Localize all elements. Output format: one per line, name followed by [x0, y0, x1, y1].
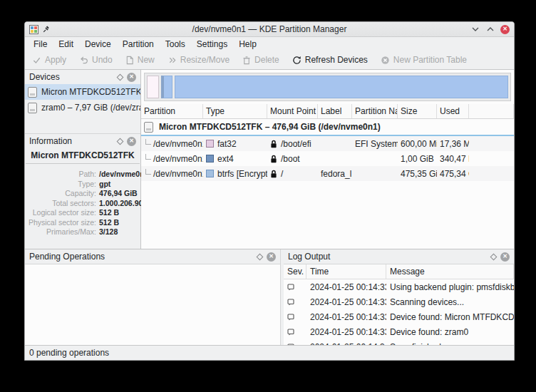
delete-button[interactable]: Delete [242, 55, 279, 65]
menu-edit[interactable]: Edit [53, 38, 79, 50]
tree-branch [145, 154, 151, 160]
column-header-mount-point[interactable]: Mount Point [267, 104, 318, 118]
log-row[interactable]: 2024-01-25 00:14:33 Scanning devices... [284, 294, 514, 309]
pending-operations-title: Pending Operations [29, 252, 257, 262]
partition-bar-segment-fat32[interactable] [147, 76, 159, 98]
column-header-partition[interactable]: Partition [141, 104, 203, 118]
tree-branch [145, 169, 151, 175]
log-table: Sev. Time Message 2024-01-25 00:14:33 Us… [284, 264, 514, 345]
partition-view: Partition Type Mount Point Label Partiti… [141, 70, 514, 249]
close-icon[interactable]: ✕ [267, 252, 276, 262]
info-value: 512 B [99, 218, 119, 228]
device-list-item-micron[interactable]: Micron MTFDKCD512TFK – 4... [25, 84, 140, 100]
column-header-type[interactable]: Type [203, 104, 267, 118]
device-list-item-zram0[interactable]: zram0 – 7,97 GiB (/dev/zram0) [25, 100, 140, 115]
menu-help[interactable]: Help [233, 38, 262, 50]
menu-settings[interactable]: Settings [191, 38, 233, 50]
info-value: 512 B [99, 208, 119, 218]
log-row[interactable]: 2024-01-25 00:14:33 Device found: zram0 [284, 324, 514, 339]
log-column-message[interactable]: Message [386, 264, 514, 279]
close-icon[interactable]: ✕ [127, 137, 136, 146]
menubar: File Edit Device Partition Tools Setting… [25, 37, 514, 51]
menu-file[interactable]: File [28, 38, 53, 50]
info-message-icon [287, 314, 294, 321]
menu-tools[interactable]: Tools [160, 38, 191, 50]
info-label: Capacity: [25, 189, 99, 199]
left-column: Devices ✕ Micron MTFDKCD512TFK – 4... zr… [25, 70, 141, 249]
new-button[interactable]: New [125, 55, 155, 65]
column-header-label[interactable]: Label [318, 104, 352, 118]
info-label: Primaries/Max: [25, 227, 99, 237]
info-value: 3/128 [99, 227, 118, 237]
devices-panel-title: Devices [29, 72, 118, 82]
log-output-header[interactable]: Log Output ✕ [284, 249, 514, 264]
log-row[interactable]: 2024-01-25 00:14:33 Device found: Micron… [284, 309, 514, 324]
partition-table-header: Partition Type Mount Point Label Partiti… [141, 104, 514, 119]
float-icon[interactable] [117, 138, 124, 145]
hard-drive-icon [144, 122, 153, 133]
refresh-devices-button[interactable]: Refresh Devices [292, 55, 368, 65]
log-column-severity[interactable]: Sev. [284, 264, 306, 279]
float-icon[interactable] [257, 253, 264, 260]
log-table-header: Sev. Time Message [284, 264, 514, 279]
info-fields: Path:/dev/nvme0n1 Type:gpt Capacity:476,… [25, 164, 140, 237]
kde-partition-manager-window: /dev/nvme0n1 — KDE Partition Manager ✕ F… [24, 21, 515, 361]
devices-panel: Devices ✕ Micron MTFDKCD512TFK – 4... zr… [25, 70, 140, 134]
titlebar[interactable]: /dev/nvme0n1 — KDE Partition Manager ✕ [25, 22, 514, 37]
pending-operations-count: 0 pending operations [29, 348, 109, 358]
log-row[interactable]: 2024-01-25 00:14:34 Scan finished. [284, 339, 514, 345]
hard-drive-icon [28, 103, 37, 113]
tree-branch [145, 139, 151, 145]
info-label: Path: [25, 170, 99, 180]
information-panel: Information ✕ Micron MTFDKCD512TFK Path:… [25, 134, 140, 249]
lock-icon [270, 155, 277, 163]
column-header-partition-name[interactable]: Partition Nam [352, 104, 398, 118]
log-column-time[interactable]: Time [306, 264, 386, 279]
close-icon[interactable]: ✕ [127, 73, 136, 82]
device-row[interactable]: Micron MTFDKCD512TFK – 476,94 GiB (/dev/… [141, 119, 514, 136]
app-icon [29, 25, 38, 34]
lock-icon [270, 170, 277, 178]
pending-operations-panel: Pending Operations ✕ [25, 249, 280, 345]
pending-operations-header[interactable]: Pending Operations ✕ [25, 249, 280, 264]
info-label: Total sectors: [25, 199, 99, 209]
pin-icon[interactable] [42, 26, 50, 33]
column-header-size[interactable]: Size [398, 104, 437, 118]
devices-panel-header[interactable]: Devices ✕ [25, 70, 140, 84]
info-message-icon [287, 329, 294, 336]
lock-icon [270, 140, 277, 148]
log-row[interactable]: 2024-01-25 00:14:33 Using backend plugin… [284, 279, 514, 294]
info-value: 1.000.206.900 [99, 199, 147, 209]
partition-row-btrfs[interactable]: /dev/nvme0n1... btrfs [Encrypted] / fedo… [141, 166, 514, 181]
log-output-title: Log Output [288, 252, 491, 262]
float-icon[interactable] [490, 253, 498, 260]
refresh-icon [292, 56, 302, 65]
information-panel-header[interactable]: Information ✕ [25, 134, 140, 148]
filesystem-color-icon [206, 170, 214, 177]
close-button[interactable]: ✕ [500, 25, 510, 34]
column-header-used[interactable]: Used [437, 104, 469, 118]
menu-partition[interactable]: Partition [117, 38, 160, 50]
new-document-icon [125, 56, 134, 65]
float-icon[interactable] [117, 73, 124, 81]
main-content: Devices ✕ Micron MTFDKCD512TFK – 4... zr… [25, 70, 514, 249]
info-message-icon [287, 284, 294, 291]
partition-bar-segment-btrfs[interactable] [175, 76, 508, 98]
info-value: gpt [99, 180, 110, 190]
information-panel-title: Information [29, 136, 118, 146]
minimize-button[interactable] [470, 25, 480, 34]
maximize-button[interactable] [485, 25, 495, 34]
partition-bar-segment-ext4[interactable] [161, 76, 172, 98]
info-label: Logical sector size: [25, 208, 99, 218]
filesystem-color-icon [206, 140, 214, 148]
filesystem-color-icon [206, 155, 214, 163]
hard-drive-icon [28, 87, 37, 98]
new-partition-table-button[interactable]: New Partition Table [381, 55, 467, 65]
partition-row-fat32[interactable]: /dev/nvme0n1... fat32 /boot/efi EFI Syst… [141, 136, 514, 151]
partition-row-ext4[interactable]: /dev/nvme0n1... ext4 /boot 1,00 GiB 340,… [141, 151, 514, 166]
menu-device[interactable]: Device [79, 38, 117, 50]
undo-button[interactable]: Undo [79, 55, 113, 65]
apply-button[interactable]: Apply [32, 55, 66, 65]
close-icon[interactable]: ✕ [500, 252, 510, 262]
resize-move-button[interactable]: Resize/Move [168, 55, 230, 65]
